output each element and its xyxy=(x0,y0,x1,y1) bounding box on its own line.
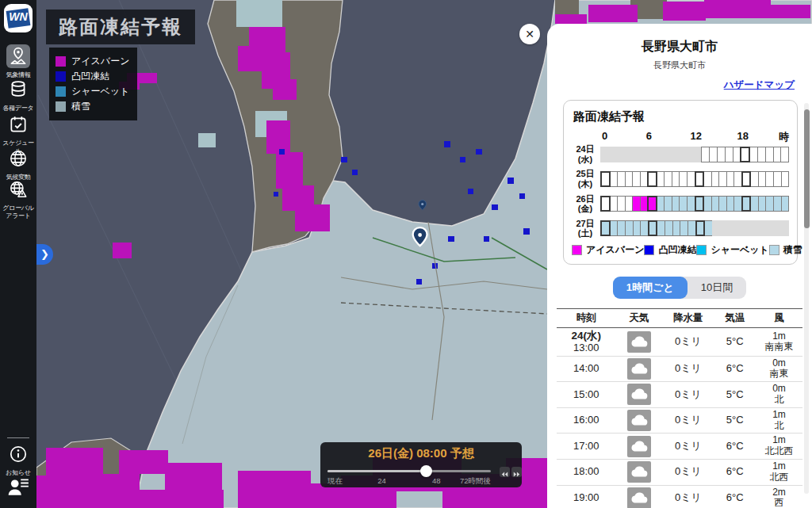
panel-subtitle: 長野県大町市 xyxy=(547,59,812,71)
forecast-cell xyxy=(695,196,705,212)
wind-speed: 0m xyxy=(756,358,802,369)
map-legend-label: 凸凹凍結 xyxy=(71,70,109,83)
panel-close-button[interactable]: ✕ xyxy=(519,24,540,44)
wind-speed: 0m xyxy=(756,384,802,395)
forecast-day: 25日 xyxy=(576,169,594,178)
wind-speed: 1m xyxy=(756,461,802,472)
fast-forward-icon xyxy=(513,471,520,478)
panel-title: 長野県大町市 xyxy=(547,39,812,55)
freeze-forecast-card: 路面凍結予報 061218時 24日(水)25日(木)26日(金)27日(土) … xyxy=(563,100,798,265)
tab-hourly[interactable]: 1時間ごと xyxy=(613,277,688,299)
table-header-row: 時刻天気降水量気温風 xyxy=(557,309,802,328)
wind-direction: 北北西 xyxy=(756,446,802,457)
freeze-forecast-title: 路面凍結予報 xyxy=(573,109,789,124)
fast-forward-button[interactable] xyxy=(511,467,522,477)
forecast-row: 27日(土) xyxy=(570,219,789,239)
hour-label: 18 xyxy=(737,130,748,142)
forecast-day-label: 24日(水) xyxy=(570,144,600,164)
app-logo[interactable]: WN xyxy=(4,4,33,32)
panel-scrollbar-thumb[interactable] xyxy=(804,109,810,228)
forecast-cell xyxy=(647,171,657,187)
weather-cell xyxy=(615,384,662,405)
cloudy-icon xyxy=(627,410,651,431)
time-cell: 19:00 xyxy=(557,492,615,504)
table-row: 18:000ミリ6°C1m北西 xyxy=(557,460,802,486)
weather-cell xyxy=(615,487,662,508)
forecast-day: 26日 xyxy=(576,194,594,204)
table-header-cell: 時刻 xyxy=(557,312,615,323)
weather-cell xyxy=(615,358,662,380)
rewind-button[interactable] xyxy=(500,467,510,477)
tab-ten-day[interactable]: 10日間 xyxy=(688,277,746,299)
sidebar: WN 気象情報各種データスケジュール気候変動グローバル アラート お知らせ xyxy=(0,0,36,508)
slider-label: 72時間後 xyxy=(460,476,491,487)
wind-cell: 1m北西 xyxy=(756,461,802,483)
time-cell: 14:00 xyxy=(557,363,615,375)
forecast-cell xyxy=(695,171,705,187)
freeze-forecast-legend: アイスバーン凸凹凍結シャーベット積雪 xyxy=(570,243,789,257)
map-legend-swatch xyxy=(56,101,66,112)
table-row: 14:000ミリ6°C0m南東 xyxy=(557,357,802,383)
weather-table: 時刻天気降水量気温風24(水)13:000ミリ5°C1m南南東14:000ミリ6… xyxy=(557,308,802,508)
hazard-map-link[interactable]: ハザードマップ xyxy=(724,79,795,90)
location-panel: 長野県大町市 長野県大町市 ハザードマップ 路面凍結予報 061218時 24日… xyxy=(547,24,812,508)
wind-direction: 西 xyxy=(756,498,802,508)
forecast-legend-item: アイスバーン xyxy=(572,243,644,257)
forecast-day: 24日 xyxy=(576,144,594,154)
forecast-row: 24日(水) xyxy=(570,144,789,164)
sidebar-item-label: グローバル アラート xyxy=(0,204,36,220)
sidebar-item-climate[interactable]: 気候変動 xyxy=(0,148,36,181)
time-value: 15:00 xyxy=(573,388,599,400)
wind-cell: 0m北 xyxy=(756,384,802,406)
wind-cell: 2m西 xyxy=(756,487,802,508)
wind-speed: 1m xyxy=(756,435,802,446)
wind-speed: 1m xyxy=(756,331,802,342)
wind-cell: 0m南東 xyxy=(756,358,802,380)
forecast-dow: (木) xyxy=(578,179,592,189)
forecast-cell xyxy=(781,196,790,212)
wind-direction: 南南東 xyxy=(756,342,802,353)
forecast-day: 27日 xyxy=(576,219,594,228)
forecast-legend-swatch xyxy=(769,245,779,255)
cloudy-icon xyxy=(627,384,651,405)
time-value: 14:00 xyxy=(573,362,599,374)
forecast-row: 26日(金) xyxy=(570,194,789,214)
cloudy-icon xyxy=(627,461,651,483)
rewind-icon xyxy=(501,471,508,478)
time-slider[interactable] xyxy=(327,465,491,476)
forecast-cells xyxy=(600,220,789,236)
slider-handle[interactable] xyxy=(420,465,432,477)
forecast-cell xyxy=(741,171,752,187)
sidebar-item-global-alert[interactable]: グローバル アラート xyxy=(0,179,36,220)
precip-cell: 0ミリ xyxy=(662,389,714,401)
cloudy-icon xyxy=(627,436,651,457)
map-title: 路面凍結予報 xyxy=(46,10,195,44)
forecast-day-label: 25日(木) xyxy=(570,169,600,189)
table-header-cell: 天気 xyxy=(615,312,662,323)
map-legend-item: 凸凹凍結 xyxy=(56,70,129,83)
forecast-cell xyxy=(600,171,611,187)
forecast-cell xyxy=(740,147,750,162)
global-alert-icon xyxy=(8,179,29,200)
sidebar-item-weather-info[interactable]: 気象情報 xyxy=(0,44,36,79)
forecast-legend-swatch xyxy=(644,245,654,255)
forecast-cells xyxy=(600,171,789,187)
hour-label: 0 xyxy=(602,130,607,142)
sidebar-item-notice[interactable]: お知らせ xyxy=(0,444,36,477)
map-legend-label: 積雪 xyxy=(71,100,90,113)
temp-cell: 5°C xyxy=(714,336,756,348)
slider-label: 現在 xyxy=(327,476,343,487)
forecast-cell xyxy=(600,196,611,212)
map-legend-item: アイスバーン xyxy=(56,55,129,68)
account-menu-button[interactable] xyxy=(6,476,30,499)
cloudy-icon xyxy=(627,358,651,380)
forecast-cell xyxy=(741,196,752,212)
sidebar-item-data[interactable]: 各種データ xyxy=(0,79,36,113)
temp-cell: 6°C xyxy=(714,492,756,504)
forecast-row: 25日(木) xyxy=(570,169,789,189)
time-day: 24(水) xyxy=(557,330,615,342)
weather-cell xyxy=(615,436,662,457)
freeze-forecast-hour-axis: 061218時 xyxy=(602,130,789,144)
time-value: 16:00 xyxy=(573,414,599,426)
temp-cell: 6°C xyxy=(714,441,756,453)
